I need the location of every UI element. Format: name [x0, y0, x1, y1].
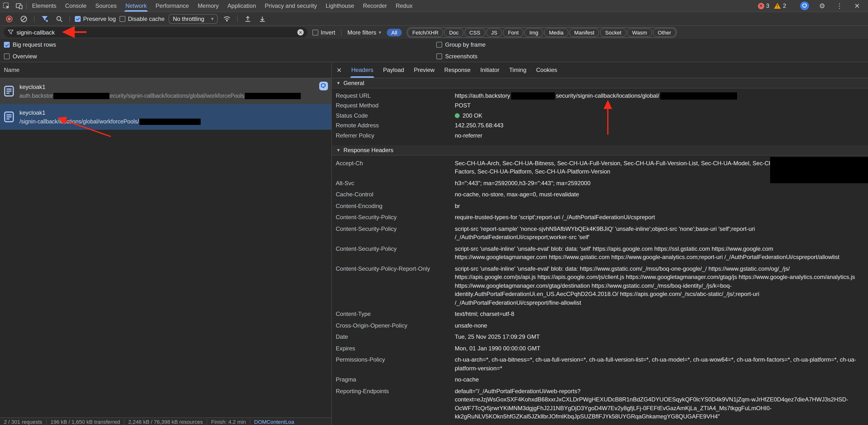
filter-chip[interactable]: JS: [486, 28, 502, 37]
export-har-icon[interactable]: [257, 13, 268, 24]
response-headers-section-body: Accept-Ch Sec-CH-UA-Arch, Sec-CH-UA-Bitn…: [332, 155, 868, 425]
import-har-icon[interactable]: [243, 13, 253, 24]
detail-tab-strip: ✕ HeadersPayloadPreviewResponseInitiator…: [332, 62, 868, 78]
headers-panel: ▼ General Request URL https://auth.backs…: [332, 78, 868, 425]
detail-tab-label: Initiator: [480, 67, 499, 73]
filter-funnel-icon: [8, 30, 13, 35]
detail-tab[interactable]: Timing: [504, 62, 531, 78]
header-value: Tue, 25 Nov 2025 17:09:29 GMT: [455, 333, 868, 341]
filter-chip[interactable]: Img: [525, 28, 543, 37]
filter-input[interactable]: signin-callback ✕: [4, 27, 308, 37]
main-tab[interactable]: Console: [61, 0, 91, 12]
network-filter-bar: signin-callback ✕ Invert More filters ▾ …: [0, 26, 868, 39]
more-filters-button[interactable]: More filters ▾: [347, 29, 381, 36]
header-value: text/html; charset=utf-8: [455, 310, 868, 318]
main-tab[interactable]: Privacy and security: [260, 0, 321, 12]
preserve-log-checkbox[interactable]: Preserve log: [75, 15, 116, 22]
ai-assistant-button[interactable]: [319, 82, 328, 90]
header-row: Remote Address 142.250.75.68:443: [332, 121, 868, 131]
throttling-select[interactable]: No throttling ▾: [168, 14, 218, 24]
inspect-element-icon[interactable]: [0, 0, 12, 12]
request-detail-pane: ✕ HeadersPayloadPreviewResponseInitiator…: [332, 62, 868, 425]
network-conditions-icon[interactable]: [222, 13, 232, 24]
checkbox-icon: [4, 42, 10, 48]
header-name: Date: [336, 333, 455, 341]
warning-badge[interactable]: 2: [774, 2, 786, 9]
main-tab[interactable]: Sources: [91, 0, 121, 12]
detail-tab[interactable]: Response: [439, 62, 475, 78]
main-tab[interactable]: Elements: [28, 0, 61, 12]
chevron-down-icon: ▾: [379, 30, 381, 35]
general-section-header[interactable]: ▼ General: [332, 78, 868, 88]
filter-chip[interactable]: Fetch/XHR: [407, 28, 443, 37]
settings-gear-icon[interactable]: ⚙: [816, 2, 828, 9]
close-devtools-icon[interactable]: ✕: [851, 2, 863, 9]
error-badge[interactable]: ✕ 3: [758, 2, 769, 9]
disable-cache-label: Disable cache: [128, 15, 165, 22]
filter-icon[interactable]: [39, 13, 50, 24]
header-row: Content-Type text/html; charset=utf-8: [332, 309, 868, 320]
status-segment: Finish: 4.2 min: [207, 419, 250, 425]
detail-tab[interactable]: Payload: [378, 62, 409, 78]
header-row: Status Code 200 OK: [332, 111, 868, 121]
detail-tab[interactable]: Preview: [409, 62, 439, 78]
record-network-log-icon[interactable]: [4, 13, 14, 24]
overview-checkbox[interactable]: Overview: [4, 53, 436, 60]
main-tab[interactable]: Network: [121, 0, 151, 12]
filter-chip[interactable]: Manifest: [569, 28, 599, 37]
header-name: Referrer Policy: [336, 132, 455, 140]
filter-chip[interactable]: Font: [503, 28, 524, 37]
header-name: Expires: [336, 344, 455, 353]
filter-chip[interactable]: Other: [653, 28, 676, 37]
header-row: Expires Mon, 01 Jan 1990 00:00:00 GMT: [332, 343, 868, 354]
main-tab[interactable]: Recorder: [359, 0, 391, 12]
detail-tab[interactable]: Initiator: [475, 62, 504, 78]
response-headers-section-title: Response Headers: [343, 147, 393, 153]
header-value: Mon, 01 Jan 1990 00:00:00 GMT: [455, 344, 868, 353]
checkbox-icon: [120, 16, 126, 22]
detail-tab[interactable]: Headers: [346, 62, 378, 78]
main-tab[interactable]: Application: [223, 0, 260, 12]
ai-assistant-icon[interactable]: [798, 1, 811, 10]
header-name: Content-Security-Policy: [336, 213, 455, 222]
header-name: Cache-Control: [336, 190, 455, 199]
close-detail-icon[interactable]: ✕: [332, 62, 346, 78]
network-options-row-1: Big request rows Group by frame: [0, 39, 868, 51]
screenshots-checkbox[interactable]: Screenshots: [436, 53, 477, 60]
header-row: Cross-Origin-Opener-Policy unsafe-none: [332, 320, 868, 331]
checkbox-icon: [75, 16, 81, 22]
filter-chip[interactable]: Doc: [444, 28, 464, 37]
header-name: Remote Address: [336, 122, 455, 129]
header-value: unsafe-none: [455, 322, 868, 330]
clear-filter-icon[interactable]: ✕: [297, 29, 304, 35]
request-row-selected[interactable]: keycloak1 /signin-callback/locations/glo…: [0, 104, 331, 130]
checkbox-icon: [312, 29, 318, 35]
response-headers-section-header[interactable]: ▼ Response Headers: [332, 145, 868, 155]
main-tab[interactable]: Lighthouse: [321, 0, 359, 12]
filter-chip[interactable]: Media: [544, 28, 568, 37]
header-row: Request URL https://auth.backstorysecuri…: [332, 91, 868, 101]
network-status-bar: 2 / 301 requests196 kB / 1,650 kB transf…: [0, 418, 331, 425]
clear-network-log-icon[interactable]: [19, 13, 29, 24]
device-toolbar-icon[interactable]: [12, 0, 25, 12]
request-row[interactable]: keycloak1 auth.backstorecurity/signin-ca…: [0, 78, 331, 104]
search-icon[interactable]: [54, 13, 65, 24]
big-request-rows-checkbox[interactable]: Big request rows: [4, 41, 436, 48]
filter-chip[interactable]: Socket: [600, 28, 626, 37]
main-tab[interactable]: Redux: [391, 0, 417, 12]
filter-chip[interactable]: Wasm: [627, 28, 652, 37]
filter-chip-all[interactable]: All: [387, 28, 402, 36]
filter-chip-label: Img: [529, 29, 538, 35]
detail-tab[interactable]: Cookies: [531, 62, 562, 78]
group-by-frame-checkbox[interactable]: Group by frame: [436, 41, 486, 48]
main-tab[interactable]: Memory: [193, 0, 223, 12]
more-options-icon[interactable]: ⋮: [833, 2, 846, 9]
overview-label: Overview: [12, 53, 37, 60]
main-tab[interactable]: Performance: [151, 0, 193, 12]
detail-tab-label: Response: [444, 67, 471, 73]
main-tab-label: Redux: [396, 2, 412, 9]
name-column-header[interactable]: Name: [0, 62, 331, 78]
disable-cache-checkbox[interactable]: Disable cache: [120, 15, 165, 22]
filter-chip[interactable]: CSS: [464, 28, 485, 37]
invert-checkbox[interactable]: Invert: [312, 29, 335, 36]
